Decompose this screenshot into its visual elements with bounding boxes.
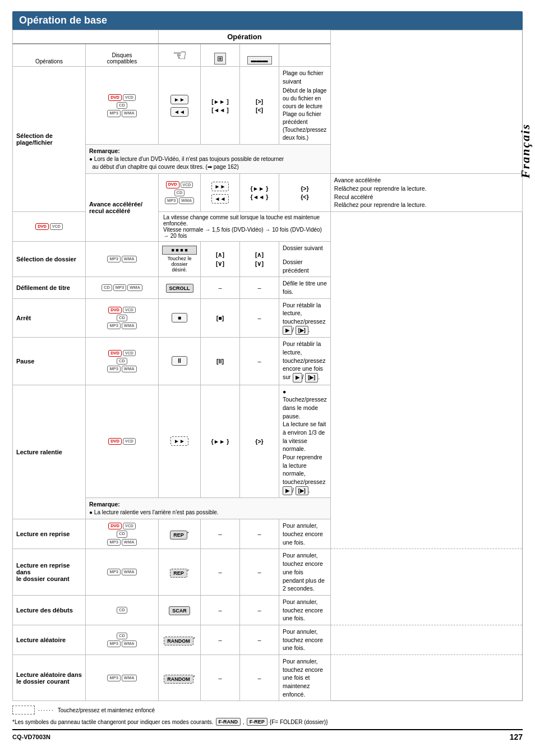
sidebar-francais-label: Français xyxy=(518,123,533,178)
discs-aleatoire-dossier: MP3WMA xyxy=(86,655,159,701)
btn-grid-avance: {►► } {◄◄ } xyxy=(240,174,279,212)
btn-touch-avance: ►► ◄◄ xyxy=(201,174,240,212)
op-name-avance: Avance accélérée/recul accéléré xyxy=(86,174,159,242)
col-remote-grid-header: ⊞ xyxy=(201,44,240,67)
btn-grid-reprise-dossier: – xyxy=(201,549,240,595)
bottom-bar: CQ-VD7003N 127 xyxy=(12,729,523,741)
section-title: Opération de base xyxy=(19,15,107,26)
op-name-aleatoire-dossier: Lecture aléatoire dansle dossier courant xyxy=(13,655,86,701)
discs-pause: DVDVCD CD MP3WMA xyxy=(86,338,159,385)
row-pause: Pause DVDVCD CD MP3WMA II [II] – xyxy=(13,338,523,385)
footnote-folder: {F= FOLDER (dossier)} xyxy=(270,719,328,725)
btn-touch-dossier: ■ ■ ■ ■ Touchez ledossierdésiré. xyxy=(159,242,201,277)
btn-bar-debuts: – xyxy=(240,595,279,625)
btn-touch-pause: II xyxy=(159,338,201,385)
row-ralentie-remarque: Remarque: ● La lecture ralentie vers l'a… xyxy=(13,498,523,519)
op-name-aleatoire: Lecture aléatoire xyxy=(13,625,86,654)
btn-touch-reprise-dossier: REP* xyxy=(159,549,201,595)
discs-defilement: CDMP3WMA xyxy=(86,277,159,298)
btn-bar-pause: – xyxy=(240,338,279,385)
remarque-selection-plage: Remarque: ● Lors de la lecture d'un DVD-… xyxy=(86,145,331,174)
desc-arret: Pour rétablir la lecture, touchez/presse… xyxy=(279,298,331,338)
col-operations-header: Opérations xyxy=(13,44,86,67)
op-name-reprise: Lecture en reprise xyxy=(13,519,86,549)
btn-touch-debuts: SCAR xyxy=(159,595,201,625)
legend-dashed-box xyxy=(12,706,35,714)
row-arret: Arrêt DVDVCD CD MP3WMA ■ [■] – xyxy=(13,298,523,338)
frep-btn: F-REP xyxy=(247,718,268,726)
desc-pause: Pour rétablir la lecture, touchez/presse… xyxy=(279,338,331,385)
btn-grid-aleatoire-dossier: – xyxy=(201,655,240,701)
operations-table: Opération Opérations Disquescompatibles … xyxy=(12,30,523,701)
row-aleatoire-dossier: Lecture aléatoire dansle dossier courant… xyxy=(13,655,523,701)
desc-aleatoire-dossier: Pour annuler, touchez encore une fois et… xyxy=(279,655,331,701)
discs-dossier: MP3WMA xyxy=(86,242,159,277)
speed-note: La vitesse change comme suit lorsque la … xyxy=(159,212,331,242)
btn-grid-ralentie: {►► } xyxy=(201,385,240,498)
btn-touch-aleatoire: RANDOM* xyxy=(159,625,201,654)
row-lecture-ralentie: Lecture ralentie DVDVCD ►► {►► } {>} ● T… xyxy=(13,385,523,498)
btn-grid-reprise: – xyxy=(201,519,240,549)
page-number: 127 xyxy=(510,732,523,741)
col-remote-bar-header: ▬▬▬ xyxy=(240,44,279,67)
row-selection-plage: Sélection deplage/fichier DVDVCD CD MP3W… xyxy=(13,67,523,145)
btn-touch-arret: ■ xyxy=(159,298,201,338)
row-avance-acceleree: Avance accélérée/recul accéléré DVDVCD C… xyxy=(13,174,523,212)
desc-aleatoire: Pour annuler, touchez encore une fois. xyxy=(279,625,331,654)
btn-bar-reprise: – xyxy=(240,519,279,549)
row-lecture-debuts: Lecture des débuts CD SCAR – – Pour annu… xyxy=(13,595,523,625)
discs-reprise: DVDVCD CD MP3WMA xyxy=(86,519,159,549)
btn-grid-aleatoire: – xyxy=(201,625,240,654)
discs-ralentie: DVDVCD xyxy=(86,385,159,498)
discs-aleatoire: CD MP3WMA xyxy=(86,625,159,654)
row-reprise-dossier: Lecture en reprise dansle dossier couran… xyxy=(13,549,523,595)
btn-remote-grid-sel-plage: [►► ] [◄◄ ] xyxy=(201,67,240,145)
btn-bar-aleatoire: – xyxy=(240,625,279,654)
remarque-ralentie: Remarque: ● La lecture ralentie vers l'a… xyxy=(86,498,331,519)
discs-selection-plage: DVDVCD CD MP3WMA xyxy=(86,67,159,145)
col-touch-header: ☜ xyxy=(159,44,201,67)
desc-avance: Avance accélérée Relâchez pour reprendre… xyxy=(330,174,522,212)
op-name-dossier: Sélection de dossier xyxy=(13,242,86,277)
desc-dossier: Dossier suivant Dossier précédent xyxy=(279,242,331,277)
row-lecture-reprise: Lecture en reprise DVDVCD CD MP3WMA REP*… xyxy=(13,519,523,549)
op-name-reprise-dossier: Lecture en reprise dansle dossier couran… xyxy=(13,549,86,595)
section-header: Opération de base xyxy=(12,11,523,30)
btn-touch-ralentie: ►► xyxy=(159,385,201,498)
discs-reprise-dossier: MP3WMA xyxy=(86,549,159,595)
btn-touch-reprise: REP* xyxy=(159,519,201,549)
desc-debuts: Pour annuler, touchez encore une fois. xyxy=(279,595,331,625)
row-selection-dossier: Sélection de dossier MP3WMA ■ ■ ■ ■ Touc… xyxy=(13,242,523,277)
discs-avance-speed: DVDVCD xyxy=(13,212,86,242)
desc-selection-plage: Plage ou fichier suivant Début de la pla… xyxy=(279,67,331,145)
btn-bar-ralentie: {>} xyxy=(240,385,279,498)
btn-bar-avance: {>} {<} xyxy=(279,174,331,212)
btn-bar-aleatoire-dossier: – xyxy=(240,655,279,701)
legend-text: Touchez/pressez et maintenez enfoncé xyxy=(58,707,155,713)
op-name-defilement: Défilement de titre xyxy=(13,277,86,298)
footnote-text: *Les symboles du panneau tactile changer… xyxy=(12,719,214,725)
op-name-selection-plage: Sélection deplage/fichier xyxy=(13,67,86,212)
discs-avance: DVDVCD CD MP3WMA xyxy=(159,174,201,212)
btn-touch-defilement: SCROLL xyxy=(159,277,201,298)
footnote: *Les symboles du panneau tactile changer… xyxy=(12,718,523,726)
op-name-arret: Arrêt xyxy=(13,298,86,338)
col-desc-header xyxy=(279,44,331,67)
op-name-pause: Pause xyxy=(13,338,86,385)
row-lecture-aleatoire: Lecture aléatoire CD MP3WMA RANDOM* – – … xyxy=(13,625,523,654)
desc-ralentie: ● Touchez/pressez dans le mode pause. La… xyxy=(279,385,331,498)
btn-bar-dossier: [∧] [∨] xyxy=(240,242,279,277)
discs-debuts: CD xyxy=(86,595,159,625)
btn-grid-defilement: – xyxy=(201,277,240,298)
btn-grid-pause: [II] xyxy=(201,338,240,385)
discs-arret: DVDVCD CD MP3WMA xyxy=(86,298,159,338)
btn-bar-reprise-dossier: – xyxy=(240,549,279,595)
btn-remote-bar-sel-plage: [>] [<] xyxy=(240,67,279,145)
btn-touch-aleatoire-dossier: RANDOM* xyxy=(159,655,201,701)
btn-grid-dossier: [∧] [∨] xyxy=(201,242,240,277)
btn-bar-defilement: – xyxy=(240,277,279,298)
row-defilement-titre: Défilement de titre CDMP3WMA SCROLL – – … xyxy=(13,277,523,298)
op-name-debuts: Lecture des débuts xyxy=(13,595,86,625)
desc-reprise-dossier: Pour annuler, touchez encore une foispen… xyxy=(279,549,331,595)
operation-header: Opération xyxy=(159,30,331,44)
